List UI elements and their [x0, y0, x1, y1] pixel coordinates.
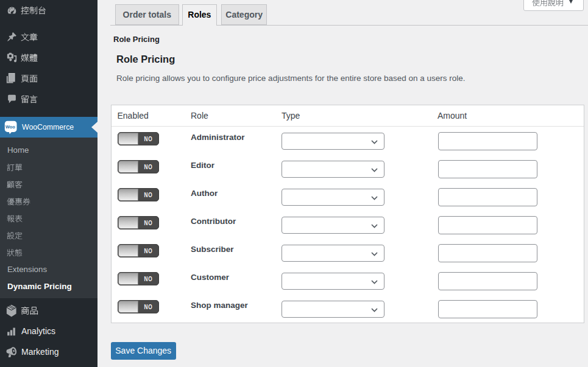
svg-text:Woo: Woo	[5, 124, 15, 130]
